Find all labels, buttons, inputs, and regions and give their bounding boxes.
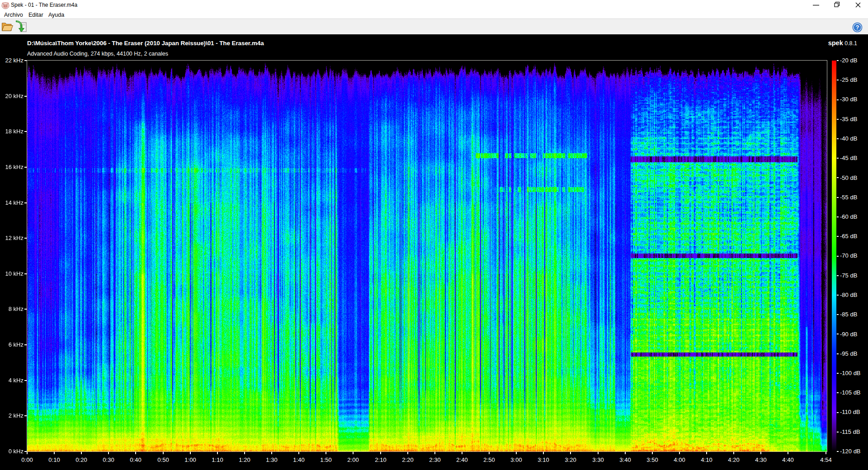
svg-text:?: ? [856,24,859,31]
